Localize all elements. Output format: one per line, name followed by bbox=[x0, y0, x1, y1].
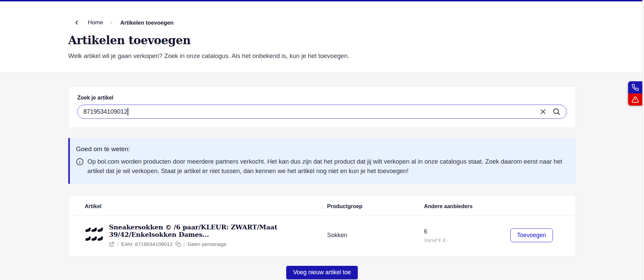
phone-icon bbox=[632, 84, 639, 91]
magnifying-glass-icon bbox=[553, 108, 561, 116]
search-input-value: 8719534109012 bbox=[83, 108, 127, 115]
x-mark-icon bbox=[540, 108, 546, 115]
submit-search-button[interactable] bbox=[552, 107, 562, 117]
offer-count: 6 bbox=[424, 228, 510, 235]
breadcrumb: Home Artikelen toevoegen bbox=[73, 1, 576, 26]
floating-action-stack bbox=[628, 81, 642, 106]
warning-triangle-icon bbox=[632, 96, 639, 103]
page-header: Home Artikelen toevoegen Artikelen toevo… bbox=[0, 1, 644, 73]
page-title: Artikelen toevoegen bbox=[68, 34, 576, 47]
product-ean: EAN: 8719534109012 bbox=[121, 241, 173, 247]
product-image-socks bbox=[85, 226, 104, 245]
clear-search-button[interactable] bbox=[538, 107, 548, 117]
product-title: Sneakersokken © /6 paar/KLEUR: ZWART/Maa… bbox=[109, 223, 327, 238]
contact-phone-button[interactable] bbox=[628, 81, 642, 93]
page-intro: Welk artikel wil je gaan verkopen? Zoek … bbox=[68, 52, 576, 60]
meta-divider: | bbox=[117, 241, 118, 247]
meta-divider: | bbox=[184, 241, 185, 247]
column-header-productgroep: Productgroep bbox=[327, 203, 424, 209]
back-button[interactable] bbox=[73, 19, 80, 26]
add-new-article-button[interactable]: Voeg nieuw artikel toe bbox=[286, 266, 357, 279]
main-content: Zoek je artikel 8719534109012 Goed om te… bbox=[68, 86, 576, 279]
search-card: Zoek je artikel 8719534109012 bbox=[68, 86, 576, 128]
product-meta: | EAN: 8719534109012 | Geen personage bbox=[109, 241, 327, 247]
copy-icon[interactable] bbox=[176, 242, 181, 247]
add-offer-button[interactable]: Toevoegen bbox=[510, 228, 553, 242]
results-table: Artikel Productgroep Andere aanbieders bbox=[68, 196, 576, 256]
breadcrumb-current: Artikelen toevoegen bbox=[120, 20, 173, 26]
text-caret bbox=[128, 108, 128, 115]
search-label: Zoek je artikel bbox=[77, 95, 567, 101]
scrollbar[interactable] bbox=[642, 0, 644, 280]
info-box: Goed om te weten: Op bol.com worden prod… bbox=[68, 138, 576, 184]
other-offers-cell: 6 Vanaf € 8,- bbox=[424, 228, 510, 243]
article-cell: Sneakersokken © /6 paar/KLEUR: ZWART/Maa… bbox=[85, 223, 327, 247]
search-input[interactable]: 8719534109012 bbox=[77, 105, 567, 119]
table-row: Sneakersokken © /6 paar/KLEUR: ZWART/Maa… bbox=[69, 216, 575, 256]
external-link-icon[interactable] bbox=[109, 242, 114, 247]
column-header-artikel: Artikel bbox=[85, 203, 327, 209]
breadcrumb-home-link[interactable]: Home bbox=[88, 19, 103, 26]
table-header-row: Artikel Productgroep Andere aanbieders bbox=[69, 196, 575, 216]
info-text: Op bol.com worden producten door meerder… bbox=[87, 157, 563, 176]
info-heading: Goed om te weten: bbox=[76, 145, 563, 153]
alert-button[interactable] bbox=[628, 93, 642, 106]
product-persona: Geen personage bbox=[188, 241, 226, 247]
info-circle-icon bbox=[76, 158, 84, 167]
chevron-right-icon bbox=[109, 20, 114, 25]
offer-from-price: Vanaf € 8,- bbox=[424, 237, 510, 243]
column-header-andere-aanbieders: Andere aanbieders bbox=[424, 203, 546, 209]
chevron-left-icon bbox=[73, 19, 80, 26]
product-group-cell: Sokken bbox=[327, 232, 424, 239]
